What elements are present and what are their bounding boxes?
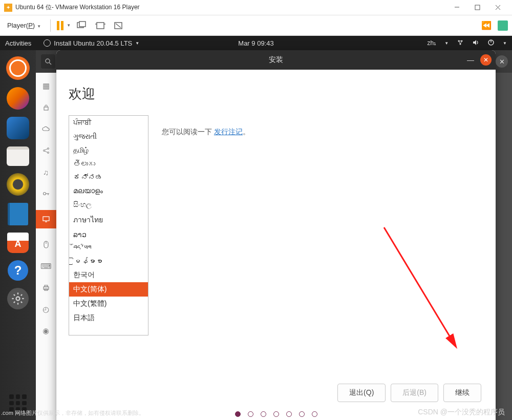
- installer-window: 安装 — ✕ 欢迎 ਪੰਜਾਬੀગુજરાતીதமிழ்తెలుగుಕನ್ನಡമ…: [56, 50, 496, 420]
- volume-icon[interactable]: [472, 39, 479, 48]
- ubuntu-top-bar: Activities Install Ubuntu 20.04.5 LTS ▼ …: [0, 36, 512, 50]
- svg-rect-5: [79, 22, 86, 27]
- language-list[interactable]: ਪੰਜਾਬੀગુજરાતીதமிழ்తెలుగుಕನ್ನಡമലയാളംසිංහල…: [69, 115, 148, 335]
- side-screen-icon[interactable]: [36, 210, 56, 228]
- continue-button[interactable]: 继续: [443, 384, 481, 402]
- vmware-icon: ✦: [4, 4, 12, 12]
- dock-software-center-icon[interactable]: [7, 233, 29, 253]
- activities-button[interactable]: Activities: [5, 39, 31, 47]
- language-option[interactable]: 中文(繁體): [69, 297, 148, 311]
- background-window: ✕ ▦ ♫ ⌨: [36, 50, 512, 420]
- clock[interactable]: Mar 9 09:43: [238, 39, 273, 47]
- svg-line-29: [49, 62, 51, 65]
- installer-app-icon: [44, 39, 51, 47]
- close-button[interactable]: [487, 1, 508, 15]
- language-option[interactable]: தமிழ்: [69, 143, 148, 157]
- side-music-icon[interactable]: ♫: [41, 167, 51, 177]
- installer-minimize-button[interactable]: —: [465, 54, 476, 66]
- installer-close-button[interactable]: ✕: [480, 54, 492, 66]
- release-notes-text: 您可以阅读一下 发行注记。: [162, 128, 483, 137]
- minimize-button[interactable]: [446, 1, 467, 15]
- pause-button[interactable]: ▼: [57, 21, 71, 30]
- player-menu[interactable]: Player(P)▼: [4, 19, 44, 31]
- current-app-menu[interactable]: Install Ubuntu 20.04.5 LTS ▼: [44, 39, 139, 47]
- background-sidebar: ▦ ♫ ⌨ ◴ ◉: [36, 73, 56, 420]
- step-dot: [235, 411, 241, 417]
- svg-line-24: [14, 295, 15, 296]
- step-dot: [312, 411, 317, 417]
- dock-ubuntu-icon[interactable]: [6, 56, 30, 80]
- svg-rect-39: [43, 217, 49, 221]
- rewind-icon[interactable]: ⏪: [479, 18, 494, 32]
- side-lock-icon[interactable]: [41, 102, 51, 113]
- footer-watermark: .com 网络图片仅供展示，非存储，如有侵权请联系删除。: [1, 409, 144, 417]
- svg-point-28: [46, 59, 50, 63]
- svg-rect-6: [97, 23, 104, 29]
- side-disk-icon[interactable]: ◴: [41, 304, 51, 314]
- step-dot: [286, 411, 292, 417]
- step-dot: [261, 411, 266, 417]
- svg-rect-44: [45, 285, 48, 287]
- csdn-watermark: CSDN @一个没秃的程序员: [418, 408, 505, 417]
- dock-files-icon[interactable]: [7, 146, 29, 166]
- side-keyboard-icon[interactable]: ⌨: [41, 261, 51, 271]
- maximize-button[interactable]: [467, 1, 487, 15]
- dock-help-icon[interactable]: ?: [8, 260, 28, 281]
- dock-thunderbird-icon[interactable]: [7, 117, 29, 139]
- language-option[interactable]: ລາວ: [69, 228, 148, 241]
- unity-mode-icon[interactable]: [112, 19, 126, 32]
- svg-line-10: [116, 24, 121, 28]
- installer-window-title: 安装: [269, 55, 283, 65]
- svg-rect-30: [44, 107, 48, 110]
- side-mouse-icon[interactable]: [41, 240, 51, 250]
- language-option[interactable]: සිංහල: [69, 198, 148, 212]
- side-share-icon[interactable]: [41, 145, 51, 156]
- language-option[interactable]: ਪੰਜਾਬੀ: [69, 116, 148, 130]
- side-key-icon[interactable]: [41, 188, 51, 199]
- quit-button[interactable]: 退出(Q): [337, 384, 386, 402]
- send-ctrl-alt-del-icon[interactable]: [75, 19, 89, 32]
- release-notes-link[interactable]: 发行注记: [214, 128, 243, 136]
- language-option[interactable]: ಕನ್ನಡ: [69, 171, 148, 184]
- side-grid-icon[interactable]: ▦: [41, 81, 51, 91]
- side-cloud-icon[interactable]: [41, 124, 51, 134]
- dock-writer-icon[interactable]: [8, 203, 28, 225]
- fullscreen-icon[interactable]: [93, 19, 108, 32]
- vmware-toolbar: Player(P)▼ ▼ ⏪: [0, 15, 512, 36]
- search-icon[interactable]: [41, 54, 55, 69]
- svg-line-25: [21, 302, 22, 303]
- language-option[interactable]: ગુજરાતી: [69, 130, 148, 143]
- dock-firefox-icon[interactable]: [7, 87, 29, 110]
- language-option[interactable]: 中文(简体): [69, 282, 148, 297]
- back-button[interactable]: 后退(B): [391, 384, 438, 402]
- installer-body: 欢迎 ਪੰਜਾਬੀગુજરાતીதமிழ்తెలుగుಕನ್ನಡമലയാളംසි…: [56, 70, 496, 420]
- svg-line-35: [45, 151, 48, 153]
- notes-icon[interactable]: [498, 20, 508, 31]
- step-dot: [299, 411, 305, 417]
- language-option[interactable]: తెలుగు: [69, 157, 148, 171]
- svg-point-19: [16, 297, 20, 301]
- background-close-button[interactable]: ✕: [496, 55, 508, 68]
- installer-button-row: 退出(Q) 后退(B) 继续: [69, 384, 483, 402]
- svg-line-14: [459, 41, 460, 44]
- language-option[interactable]: བོད་ཡིག: [69, 241, 148, 255]
- host-window-title: Ubuntu 64 位- VMware Workstation 16 Playe…: [15, 3, 446, 12]
- description-column: 您可以阅读一下 发行注记。: [162, 115, 483, 137]
- input-method-indicator[interactable]: zh₁: [427, 39, 436, 47]
- language-option[interactable]: ภาษาไทย: [69, 212, 148, 228]
- side-color-icon[interactable]: ◉: [41, 326, 51, 336]
- power-icon[interactable]: [487, 39, 495, 48]
- side-printer-icon[interactable]: [41, 283, 51, 293]
- separator: [50, 19, 51, 32]
- network-icon[interactable]: [457, 39, 464, 48]
- svg-line-34: [45, 149, 48, 151]
- language-option[interactable]: 한국어: [69, 268, 148, 282]
- system-tray[interactable]: zh₁ ▼ ▼: [427, 39, 507, 48]
- dock-settings-icon[interactable]: [7, 288, 29, 309]
- language-option[interactable]: മലയാളം: [69, 184, 148, 198]
- dock-rhythmbox-icon[interactable]: [7, 173, 29, 196]
- language-option[interactable]: 日本語: [69, 311, 148, 325]
- installer-titlebar[interactable]: 安装 — ✕: [56, 50, 496, 70]
- language-option[interactable]: မြန်မာစာ: [69, 255, 148, 268]
- svg-line-15: [460, 41, 462, 44]
